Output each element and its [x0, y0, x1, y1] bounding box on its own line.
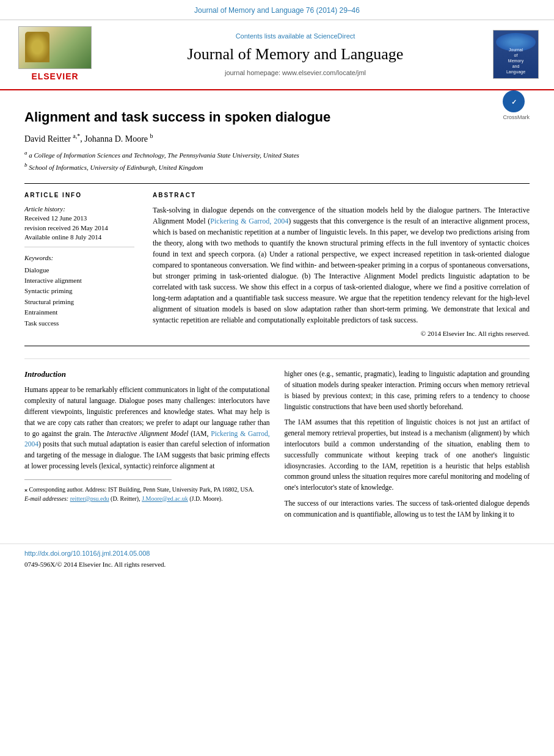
abstract-column: ABSTRACT Task-solving in dialogue depend…: [153, 191, 530, 338]
introduction-heading: Introduction: [24, 369, 270, 380]
top-citation-bar: Journal of Memory and Language 76 (2014)…: [0, 0, 554, 20]
journal-header: ELSEVIER Contents lists available at Sci…: [0, 20, 554, 90]
article-info-abstract-section: ARTICLE INFO Article history: Received 1…: [24, 183, 530, 346]
keyword-list: Dialogue Interactive alignment Syntactic…: [24, 266, 134, 328]
jml-logo: JournalofMemoryandLanguage: [493, 30, 539, 79]
keyword-interactive-alignment: Interactive alignment: [24, 276, 134, 285]
history-label: Article history:: [24, 205, 134, 214]
citation-link[interactable]: Journal of Memory and Language 76 (2014)…: [194, 6, 360, 15]
abstract-copyright: © 2014 Elsevier Inc. All rights reserved…: [153, 329, 530, 338]
crossmark-area: ✓ CrossMark: [503, 90, 530, 122]
abstract-label: ABSTRACT: [153, 191, 530, 200]
authors-line: David Reitter a,*, Johanna D. Moore b: [24, 132, 530, 145]
revision-date: revision received 26 May 2014: [24, 224, 134, 233]
keywords-label: Keywords:: [24, 253, 134, 263]
doi-link[interactable]: http://dx.doi.org/10.1016/j.jml.2014.05.…: [24, 549, 530, 558]
right-paragraph-1: higher ones (e.g., semantic, pragmatic),…: [285, 369, 530, 412]
keyword-structural-priming: Structural priming: [24, 297, 134, 307]
keyword-entrainment: Entrainment: [24, 308, 134, 317]
article-body: Introduction Humans appear to be remarka…: [24, 358, 530, 525]
available-date: Available online 8 July 2014: [24, 233, 134, 242]
footnote-email: E-mail addresses: reitter@psu.edu (D. Re…: [24, 494, 270, 503]
journal-title: Journal of Memory and Language: [104, 43, 487, 65]
affiliation-a: a a College of Information Sciences and …: [24, 149, 530, 160]
crossmark-label: CrossMark: [503, 114, 530, 122]
keyword-dialogue: Dialogue: [24, 266, 134, 275]
elsevier-tree-image: [18, 26, 92, 69]
main-content: Alignment and task success in spoken dia…: [0, 90, 554, 537]
keyword-task-success: Task success: [24, 319, 134, 328]
jml-logo-text: JournalofMemoryandLanguage: [506, 47, 525, 75]
sciencedirect-link[interactable]: ScienceDirect: [313, 32, 355, 40]
footnote-star: ⁎ Corresponding author. Address: IST Bui…: [24, 485, 270, 494]
article-history: Article history: Received 12 June 2013 r…: [24, 205, 134, 248]
keyword-syntactic-priming: Syntactic priming: [24, 286, 134, 296]
footnote-divider: [24, 479, 172, 480]
abstract-text: Task-solving in dialogue depends on the …: [153, 205, 530, 325]
elsevier-logo: ELSEVIER: [12, 26, 98, 83]
article-info-column: ARTICLE INFO Article history: Received 1…: [24, 191, 134, 338]
affiliation-b: b School of Informatics, University of E…: [24, 161, 530, 172]
elsevier-logo-area: ELSEVIER: [12, 26, 98, 83]
journal-header-center: Contents lists available at ScienceDirec…: [98, 32, 493, 78]
right-paragraph-2: The IAM assumes that this repetition of …: [285, 417, 530, 493]
crossmark-icon: ✓: [503, 90, 525, 112]
journal-homepage: journal homepage: www.elsevier.com/locat…: [104, 68, 487, 78]
footer-copyright: 0749-596X/© 2014 Elsevier Inc. All right…: [24, 560, 530, 569]
svg-text:✓: ✓: [511, 98, 517, 106]
email-moore[interactable]: J.Moore@ed.ac.uk: [142, 495, 188, 502]
body-right-column: higher ones (e.g., semantic, pragmatic),…: [285, 369, 530, 525]
received-date: Received 12 June 2013: [24, 214, 134, 223]
right-paragraph-3: The success of our interactions varies. …: [285, 498, 530, 520]
intro-paragraph-1: Humans appear to be remarkably efficient…: [24, 385, 270, 472]
pickering-garrod-ref[interactable]: Pickering & Garrod, 2004: [210, 217, 288, 225]
page-footer: http://dx.doi.org/10.1016/j.jml.2014.05.…: [0, 543, 554, 575]
article-info-label: ARTICLE INFO: [24, 191, 134, 200]
sciencedirect-text: Contents lists available at ScienceDirec…: [104, 32, 487, 41]
body-left-column: Introduction Humans appear to be remarka…: [24, 369, 270, 525]
elsevier-brand-text: ELSEVIER: [31, 71, 78, 83]
journal-logo-right: JournalofMemoryandLanguage: [493, 30, 542, 79]
article-title: Alignment and task success in spoken dia…: [24, 109, 330, 126]
footnote-section: ⁎ Corresponding author. Address: IST Bui…: [24, 485, 270, 503]
email-reitter[interactable]: reitter@psu.edu: [70, 495, 109, 502]
